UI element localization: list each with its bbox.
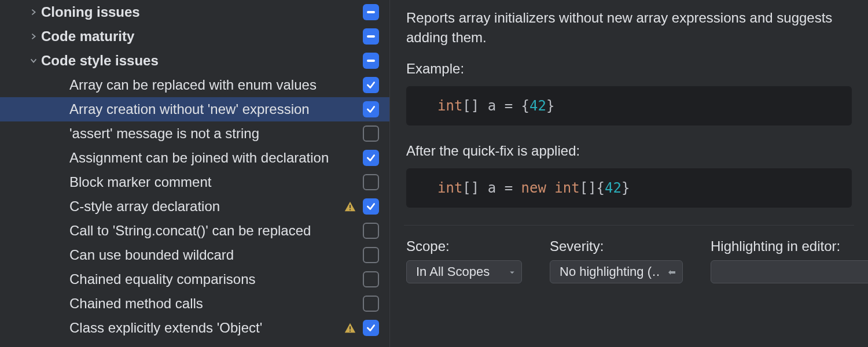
tree-item[interactable]: Block marker comment (0, 170, 389, 194)
tree-group-label: Cloning issues (41, 4, 363, 20)
tree-item[interactable]: 'assert' message is not a string (0, 121, 389, 146)
scope-combo[interactable]: In All Scopes (406, 260, 522, 283)
inspection-description: Reports array initializers without new a… (406, 8, 852, 47)
chevron-right-icon (26, 8, 41, 16)
inspection-controls: Scope: In All Scopes Severity: No highli… (406, 238, 852, 283)
tree-item-label: C-style array declaration (69, 198, 343, 215)
tree-item-label: Chained equality comparisons (69, 271, 363, 287)
highlight-combo[interactable] (711, 260, 868, 283)
checkbox-unchecked[interactable] (363, 247, 379, 263)
tree-item-label: Block marker comment (69, 174, 363, 190)
checkbox-unchecked[interactable] (363, 125, 379, 142)
tree-group-code-style-issues[interactable]: Code style issues (0, 49, 389, 73)
tree-item[interactable]: Array can be replaced with enum values (0, 73, 389, 97)
checkbox-checked[interactable] (363, 320, 379, 336)
chevron-down-icon (26, 57, 41, 65)
tree-item-label: Array can be replaced with enum values (69, 77, 363, 93)
severity-combo[interactable]: No highlighting (… (550, 260, 683, 283)
tree-item[interactable]: Can use bounded wildcard (0, 243, 389, 267)
tree-item[interactable]: Chained equality comparisons (0, 267, 389, 291)
checkbox-checked[interactable] (363, 198, 379, 215)
checkbox-indeterminate[interactable] (363, 4, 379, 20)
tree-item[interactable]: Call to 'String.concat()' can be replace… (0, 219, 389, 243)
svg-rect-3 (350, 331, 351, 332)
example-label: Example: (406, 61, 852, 77)
svg-rect-2 (350, 326, 351, 330)
tree-group-label: Code maturity (41, 28, 363, 45)
tree-item-label: Call to 'String.concat()' can be replace… (69, 223, 363, 239)
inspection-details: Reports array initializers without new a… (390, 0, 868, 347)
chevron-right-icon (26, 32, 41, 40)
tree-item-label: Assignment can be joined with declaratio… (69, 150, 363, 166)
severity-label: Severity: (550, 238, 683, 254)
checkbox-unchecked[interactable] (363, 296, 379, 312)
checkbox-unchecked[interactable] (363, 271, 379, 287)
after-label: After the quick-fix is applied: (406, 143, 852, 159)
svg-rect-0 (350, 205, 351, 208)
tree-group-code-maturity[interactable]: Code maturity (0, 24, 389, 49)
tree-group-cloning-issues[interactable]: Cloning issues (0, 0, 389, 24)
warning-icon (343, 321, 357, 335)
code-before: int[] a = {42} (406, 86, 852, 125)
checkbox-unchecked[interactable] (363, 223, 379, 239)
code-after: int[] a = new int[]{42} (406, 168, 852, 208)
chevron-down-icon (509, 264, 516, 279)
tree-item-label: Chained method calls (69, 296, 363, 312)
divider (404, 225, 854, 226)
tree-group-label: Code style issues (41, 53, 363, 69)
tree-item-label: 'assert' message is not a string (69, 125, 363, 142)
severity-icon (667, 264, 676, 279)
checkbox-indeterminate[interactable] (363, 53, 379, 69)
tree-item[interactable]: Chained method calls (0, 291, 389, 316)
svg-rect-1 (350, 209, 351, 211)
tree-item-label: Class explicitly extends 'Object' (69, 320, 343, 336)
tree-item[interactable]: Array creation without 'new' expression (0, 97, 389, 121)
inspection-tree: Cloning issues Code maturity Code style … (0, 0, 390, 347)
checkbox-indeterminate[interactable] (363, 28, 379, 45)
checkbox-checked[interactable] (363, 150, 379, 166)
tree-item[interactable]: Assignment can be joined with declaratio… (0, 146, 389, 170)
tree-item-label: Can use bounded wildcard (69, 247, 363, 263)
highlight-label: Highlighting in editor: (711, 238, 868, 254)
checkbox-checked[interactable] (363, 101, 379, 117)
warning-icon (343, 200, 357, 213)
checkbox-checked[interactable] (363, 77, 379, 93)
checkbox-unchecked[interactable] (363, 174, 379, 190)
scope-label: Scope: (406, 238, 522, 254)
tree-item[interactable]: C-style array declaration (0, 194, 389, 219)
tree-item-label: Array creation without 'new' expression (69, 101, 363, 117)
tree-item[interactable]: Class explicitly extends 'Object' (0, 316, 389, 340)
